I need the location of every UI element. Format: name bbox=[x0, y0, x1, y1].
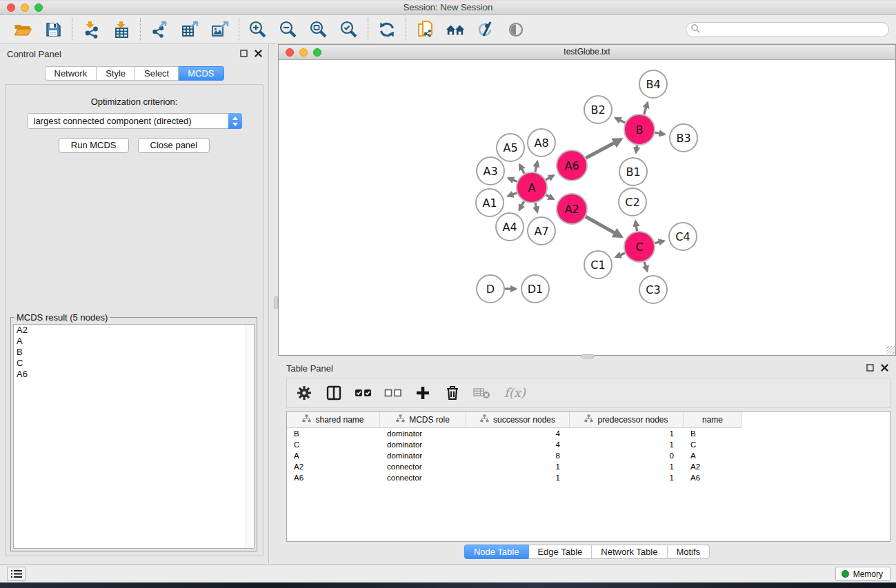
graph-node-C4[interactable]: C4 bbox=[669, 223, 697, 250]
edge-A2-C[interactable] bbox=[586, 216, 621, 236]
graph-node-C1[interactable]: C1 bbox=[584, 251, 612, 278]
graph-node-B2[interactable]: B2 bbox=[584, 96, 612, 123]
edge-A-A2[interactable] bbox=[546, 195, 553, 199]
mcds-list-scrollbar[interactable] bbox=[246, 325, 254, 548]
graph-node-A2[interactable]: A2 bbox=[557, 194, 587, 224]
delete-column-icon[interactable] bbox=[444, 384, 461, 402]
mcds-result-item[interactable]: A2 bbox=[14, 325, 254, 336]
table-cell[interactable]: dominator bbox=[380, 439, 466, 450]
table-cell[interactable]: A bbox=[684, 450, 742, 461]
edge-A6-B[interactable] bbox=[586, 139, 621, 158]
export-image-icon[interactable] bbox=[210, 20, 230, 39]
zoom-out-icon[interactable] bbox=[279, 20, 298, 39]
table-cell[interactable]: connector bbox=[380, 472, 466, 483]
edge-B-B2[interactable] bbox=[615, 118, 625, 123]
export-network-icon[interactable] bbox=[150, 20, 169, 39]
panel-list-button[interactable] bbox=[7, 567, 26, 581]
hide-graphics-details-icon[interactable] bbox=[476, 20, 495, 39]
table-row[interactable]: Cdominator41C bbox=[287, 439, 890, 450]
table-cell[interactable]: 1 bbox=[570, 428, 684, 439]
mcds-result-item[interactable]: A6 bbox=[14, 369, 254, 380]
column-header-shared-name[interactable]: shared name bbox=[287, 412, 380, 428]
edge-A-A1[interactable] bbox=[508, 193, 517, 196]
table-cell[interactable]: C bbox=[287, 439, 380, 450]
graph-node-B[interactable]: B bbox=[624, 114, 655, 145]
tab-node-table[interactable]: Node Table bbox=[464, 545, 529, 559]
export-table-icon[interactable] bbox=[180, 20, 199, 39]
zoom-fit-icon[interactable] bbox=[309, 20, 328, 39]
table-cell[interactable]: B bbox=[287, 428, 380, 439]
mcds-result-list[interactable]: A2ABCA6 bbox=[13, 324, 255, 549]
import-table-icon[interactable] bbox=[112, 20, 131, 39]
edge-A-A7[interactable] bbox=[535, 203, 537, 212]
edge-C-C4[interactable] bbox=[655, 241, 664, 243]
refresh-icon[interactable] bbox=[377, 20, 397, 39]
edge-B-B4[interactable] bbox=[644, 103, 648, 114]
tab-edge-table[interactable]: Edge Table bbox=[528, 545, 592, 559]
table-cell[interactable]: 4 bbox=[466, 439, 570, 450]
first-neighbors-icon[interactable] bbox=[446, 20, 465, 39]
run-mcds-button[interactable]: Run MCDS bbox=[59, 138, 129, 153]
zoom-in-icon[interactable] bbox=[248, 20, 268, 39]
graph-node-A8[interactable]: A8 bbox=[528, 129, 555, 156]
close-table-panel-icon[interactable] bbox=[880, 363, 889, 372]
mcds-result-item[interactable]: C bbox=[14, 358, 254, 369]
new-network-from-selection-icon[interactable] bbox=[415, 20, 435, 39]
edge-C-C1[interactable] bbox=[616, 253, 625, 257]
memory-button[interactable]: Memory bbox=[835, 567, 890, 581]
resize-grip[interactable] bbox=[886, 346, 895, 354]
graph-node-C2[interactable]: C2 bbox=[619, 188, 646, 216]
save-session-icon[interactable] bbox=[43, 20, 63, 39]
edge-A-A6[interactable] bbox=[546, 175, 554, 179]
table-cell[interactable]: A6 bbox=[287, 472, 380, 483]
table-cell[interactable]: dominator bbox=[380, 450, 466, 461]
table-cell[interactable]: 8 bbox=[466, 450, 570, 461]
delete-table-icon[interactable] bbox=[473, 384, 491, 402]
table-cell[interactable]: 1 bbox=[570, 461, 684, 472]
tab-mcds[interactable]: MCDS bbox=[179, 66, 223, 81]
tab-select[interactable]: Select bbox=[135, 66, 179, 81]
table-cell[interactable]: connector bbox=[380, 461, 466, 472]
table-cell[interactable]: 1 bbox=[570, 439, 684, 450]
table-cell[interactable]: A2 bbox=[287, 461, 380, 472]
table-cell[interactable]: dominator bbox=[380, 428, 466, 439]
table-cell[interactable]: 1 bbox=[466, 472, 570, 483]
table-cell[interactable]: A bbox=[287, 450, 380, 461]
edge-A-A3[interactable] bbox=[508, 178, 517, 181]
zoom-selected-icon[interactable] bbox=[339, 20, 359, 39]
graph-node-D1[interactable]: D1 bbox=[521, 275, 549, 303]
show-graphics-details-icon[interactable] bbox=[506, 20, 526, 39]
graph-node-C[interactable]: C bbox=[624, 232, 655, 262]
graph-node-C3[interactable]: C3 bbox=[639, 276, 667, 303]
tab-style[interactable]: Style bbox=[97, 66, 135, 81]
edge-A-A5[interactable] bbox=[519, 165, 524, 174]
edge-A-A4[interactable] bbox=[519, 201, 524, 210]
mcds-result-item[interactable]: A bbox=[14, 336, 254, 347]
network-graph[interactable]: B4B2BB3A8A5A6A3B1AA1C2A2A4A7C4CC1C3DD1 bbox=[279, 61, 895, 355]
table-row[interactable]: Bdominator41B bbox=[287, 428, 890, 439]
tab-network[interactable]: Network bbox=[44, 66, 97, 81]
float-table-panel-icon[interactable] bbox=[866, 363, 875, 372]
graph-node-A3[interactable]: A3 bbox=[477, 157, 504, 185]
open-session-icon[interactable] bbox=[13, 20, 32, 39]
float-panel-icon[interactable] bbox=[239, 49, 248, 58]
graph-node-B1[interactable]: B1 bbox=[619, 158, 647, 185]
graph-node-A4[interactable]: A4 bbox=[496, 213, 524, 241]
tab-network-table[interactable]: Network Table bbox=[592, 545, 667, 559]
column-header-name[interactable]: name bbox=[684, 412, 742, 428]
graph-node-A[interactable]: A bbox=[517, 172, 547, 203]
graph-node-B3[interactable]: B3 bbox=[670, 124, 697, 152]
graph-node-B4[interactable]: B4 bbox=[639, 70, 667, 98]
split-view-icon[interactable] bbox=[325, 384, 343, 402]
graph-node-A1[interactable]: A1 bbox=[476, 189, 504, 216]
search-field[interactable] bbox=[686, 22, 889, 37]
column-header-successor-nodes[interactable]: successor nodes bbox=[466, 412, 570, 428]
graph-node-A7[interactable]: A7 bbox=[528, 217, 555, 245]
table-settings-icon[interactable] bbox=[295, 384, 313, 402]
mcds-result-item[interactable]: B bbox=[14, 347, 254, 358]
add-column-icon[interactable] bbox=[414, 384, 432, 402]
criterion-dropdown[interactable]: largest connected component (directed) bbox=[27, 113, 242, 129]
column-header-MCDS-role[interactable]: MCDS role bbox=[380, 412, 466, 428]
close-panel-icon[interactable] bbox=[254, 49, 263, 58]
tab-motifs[interactable]: Motifs bbox=[667, 545, 710, 559]
